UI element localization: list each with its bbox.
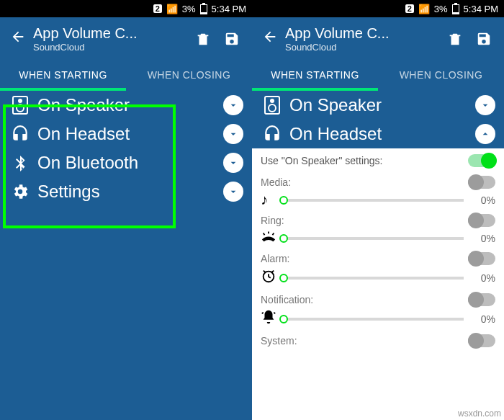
save-button[interactable] [469, 24, 498, 53]
clock-text: 5:34 PM [212, 4, 246, 14]
action-bar: App Volume C... SoundCloud [0, 17, 252, 61]
bell-icon [261, 309, 278, 329]
status-bar: 2 📶 3% 5:34 PM [0, 0, 252, 17]
sim-indicator-icon: 2 [153, 4, 162, 13]
title-block: App Volume C... SoundCloud [33, 25, 189, 53]
save-button[interactable] [217, 24, 246, 53]
option-label: Settings [37, 182, 223, 202]
section-label: Alarm: [261, 253, 462, 264]
option-label: On Bluetooth [37, 153, 223, 173]
svg-rect-1 [202, 3, 205, 4]
delete-button[interactable] [189, 24, 217, 53]
gear-icon [9, 182, 32, 201]
app-title: App Volume C... [285, 25, 441, 42]
option-label: On Speaker [37, 95, 223, 115]
svg-point-6 [17, 104, 24, 112]
use-speaker-row: Use "On Speaker" settings: [261, 151, 495, 170]
svg-rect-3 [201, 12, 207, 14]
notification-section: Notification: 0% [261, 290, 495, 329]
section-label: Media: [261, 177, 462, 188]
expand-icon[interactable] [223, 182, 243, 202]
use-speaker-label: Use "On Speaker" settings: [261, 155, 462, 166]
option-label: On Headset [37, 124, 223, 144]
ring-toggle[interactable] [468, 214, 495, 227]
battery-text: 3% [434, 4, 448, 14]
action-bar: App Volume C... SoundCloud [252, 17, 504, 61]
headset-icon [261, 125, 284, 143]
title-block: App Volume C... SoundCloud [285, 25, 441, 53]
headset-settings-panel: Use "On Speaker" settings: Media: ♪ 0% R… [252, 148, 504, 420]
svg-point-5 [19, 99, 22, 102]
notification-slider[interactable] [284, 318, 464, 321]
app-subtitle: SoundCloud [33, 42, 189, 53]
note-icon: ♪ [261, 192, 278, 208]
option-settings[interactable]: Settings [0, 177, 252, 206]
tab-when-starting[interactable]: WHEN STARTING [0, 61, 126, 91]
svg-rect-10 [453, 12, 459, 14]
alarm-icon [261, 268, 278, 287]
section-label: System: [261, 335, 462, 347]
svg-point-13 [269, 104, 276, 112]
option-headset[interactable]: On Headset [0, 120, 252, 148]
speaker-icon [261, 95, 284, 115]
battery-text: 3% [182, 4, 196, 14]
alarm-pct: 0% [469, 272, 495, 284]
option-label: On Speaker [289, 95, 475, 115]
alarm-section: Alarm: 0% [261, 249, 495, 287]
right-pane: 2 📶 3% 5:34 PM App Volume C... SoundClou… [252, 0, 504, 420]
media-toggle[interactable] [468, 176, 495, 189]
tab-bar: WHEN STARTING WHEN CLOSING [0, 61, 252, 91]
bluetooth-icon [9, 153, 32, 173]
headset-icon [9, 125, 32, 143]
tab-when-starting[interactable]: WHEN STARTING [252, 61, 378, 91]
tab-bar: WHEN STARTING WHEN CLOSING [252, 61, 504, 91]
left-pane: 2 📶 3% 5:34 PM App Volume C... SoundClou… [0, 0, 252, 420]
ring-section: Ring: 0% [261, 211, 495, 246]
system-section: System: [261, 331, 495, 350]
notification-pct: 0% [469, 313, 495, 325]
option-label: On Headset [289, 124, 475, 144]
section-label: Notification: [261, 294, 462, 305]
expand-icon[interactable] [223, 153, 243, 173]
options-list: On Speaker On Headset On Bluetooth Setti… [0, 91, 252, 420]
media-pct: 0% [469, 195, 495, 206]
collapse-icon[interactable] [475, 124, 495, 144]
option-speaker[interactable]: On Speaker [0, 91, 252, 120]
status-bar: 2 📶 3% 5:34 PM [252, 0, 504, 17]
app-subtitle: SoundCloud [285, 42, 441, 53]
speaker-icon [9, 95, 32, 115]
notification-toggle[interactable] [468, 293, 495, 306]
expand-icon[interactable] [223, 124, 243, 144]
use-speaker-toggle[interactable] [468, 154, 495, 167]
battery-icon [452, 3, 459, 14]
options-list: On Speaker On Headset [252, 91, 504, 148]
signal-icon: 📶 [166, 4, 178, 14]
app-title: App Volume C... [33, 25, 189, 42]
ring-pct: 0% [469, 233, 495, 244]
option-bluetooth[interactable]: On Bluetooth [0, 148, 252, 177]
clock-text: 5:34 PM [464, 4, 498, 14]
alarm-toggle[interactable] [468, 252, 495, 265]
sim-indicator-icon: 2 [405, 4, 414, 13]
back-button[interactable] [258, 29, 282, 49]
media-section: Media: ♪ 0% [261, 173, 495, 208]
back-button[interactable] [6, 29, 30, 49]
media-slider[interactable] [284, 199, 464, 202]
section-label: Ring: [261, 215, 462, 226]
svg-point-12 [271, 99, 274, 102]
tab-when-closing[interactable]: WHEN CLOSING [378, 61, 504, 91]
expand-icon[interactable] [223, 95, 243, 115]
system-toggle[interactable] [468, 334, 495, 347]
watermark: wsxdn.com [458, 408, 501, 419]
ring-slider[interactable] [284, 237, 464, 240]
alarm-slider[interactable] [284, 277, 464, 280]
option-speaker[interactable]: On Speaker [252, 91, 504, 120]
battery-icon [200, 3, 207, 14]
tab-when-closing[interactable]: WHEN CLOSING [126, 61, 252, 91]
option-headset[interactable]: On Headset [252, 120, 504, 148]
svg-rect-8 [454, 3, 457, 4]
ring-icon [261, 230, 278, 246]
delete-button[interactable] [441, 24, 469, 53]
signal-icon: 📶 [418, 4, 430, 14]
expand-icon[interactable] [475, 95, 495, 115]
